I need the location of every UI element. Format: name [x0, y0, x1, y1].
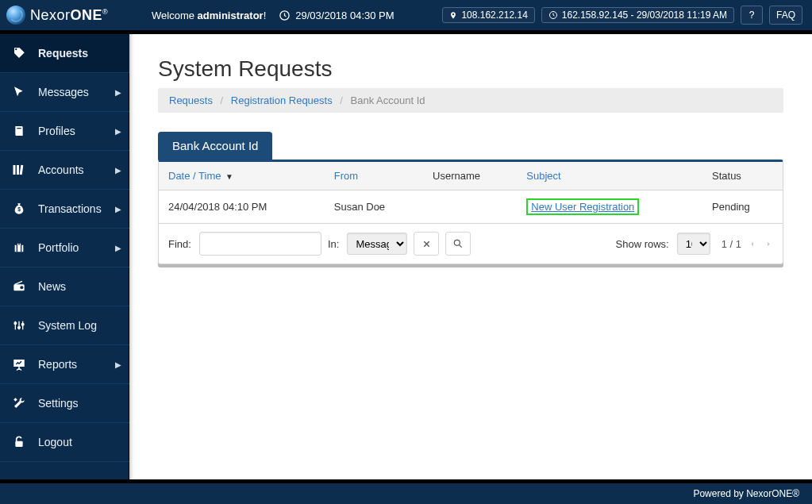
breadcrumb-requests[interactable]: Requests — [169, 94, 213, 106]
chevron-right-icon: ▶ — [115, 244, 121, 252]
footer-text: Powered by NexorONE® — [693, 488, 799, 499]
svg-rect-3 — [17, 165, 19, 175]
welcome-text: Welcome administrator! — [152, 10, 266, 21]
cursor-icon — [11, 86, 27, 98]
sidebar-item-portfolio[interactable]: Portfolio▶ — [0, 229, 129, 267]
panel: Bank Account Id Date / Time ▼ From Usern… — [158, 132, 783, 264]
footer: Powered by NexorONE® — [0, 479, 812, 504]
svg-point-15 — [455, 240, 460, 245]
breadcrumb: Requests / Registration Requests / Bank … — [158, 88, 783, 113]
lock-icon — [11, 435, 27, 449]
svg-rect-4 — [20, 165, 24, 175]
svg-rect-7 — [21, 245, 21, 252]
sidebar-item-transactions[interactable]: $Transactions▶ — [0, 190, 129, 229]
chevron-right-icon: ▶ — [115, 360, 121, 369]
sidebar-item-label: Portfolio — [38, 241, 79, 254]
svg-point-11 — [18, 326, 21, 329]
sort-desc-icon: ▼ — [225, 172, 233, 181]
books-icon — [11, 163, 27, 177]
sidebar-item-label: Messages — [38, 86, 89, 98]
search-button[interactable] — [445, 232, 471, 256]
col-status[interactable]: Status — [702, 162, 783, 190]
chevron-right-icon: ▶ — [115, 205, 121, 214]
show-rows-label: Show rows: — [616, 238, 669, 250]
cell-status: Pending — [702, 190, 783, 224]
svg-point-10 — [14, 322, 17, 325]
find-label: Find: — [168, 238, 191, 250]
clear-button[interactable] — [414, 232, 439, 256]
cell-from: Susan Doe — [325, 190, 423, 224]
sidebar-item-reports[interactable]: Reports▶ — [0, 345, 129, 384]
topbar: NexorONE® Welcome administrator! 29/03/2… — [0, 0, 812, 34]
sidebar-item-label: System Log — [38, 319, 97, 332]
page-title: System Requests — [158, 56, 783, 82]
radio-icon — [11, 280, 27, 293]
svg-point-12 — [21, 323, 24, 325]
close-icon — [422, 240, 431, 248]
subject-link[interactable]: New User Registration — [526, 198, 639, 215]
clock-display: 29/03/2018 04:30 PM — [279, 10, 394, 21]
col-subject[interactable]: Subject — [517, 162, 702, 190]
next-page-button[interactable] — [765, 240, 772, 248]
in-label: In: — [328, 238, 339, 250]
svg-rect-6 — [17, 245, 17, 252]
tab-bank-account-id[interactable]: Bank Account Id — [158, 132, 272, 160]
chevron-right-icon: ▶ — [115, 166, 121, 175]
svg-point-9 — [20, 286, 23, 289]
sidebar-item-logout[interactable]: Logout — [0, 423, 129, 462]
sidebar-item-requests[interactable]: Requests — [0, 34, 129, 73]
sidebar-item-label: Requests — [38, 47, 88, 60]
sidebar-item-news[interactable]: News — [0, 267, 129, 306]
rows-select[interactable]: 10 — [677, 233, 710, 255]
tag-icon — [11, 46, 27, 60]
clock-icon — [279, 10, 291, 21]
table-row[interactable]: 24/04/2018 04:10 PM Susan Doe New User R… — [159, 190, 783, 224]
find-input[interactable] — [199, 232, 321, 256]
suitcase-icon — [11, 241, 27, 254]
ip-last-badge[interactable]: 162.158.92.145 - 29/03/2018 11:19 AM — [541, 7, 734, 23]
tools-icon — [11, 396, 27, 410]
faq-button[interactable]: FAQ — [769, 6, 802, 25]
cell-username — [423, 190, 517, 224]
sidebar-item-profiles[interactable]: Profiles▶ — [0, 112, 129, 151]
ip-current-badge[interactable]: 108.162.212.14 — [442, 7, 534, 23]
sliders-icon — [11, 319, 27, 332]
content-area: System Requests Requests / Registration … — [129, 34, 812, 479]
in-select[interactable]: Message — [347, 233, 407, 255]
book-icon — [11, 124, 27, 138]
requests-table: Date / Time ▼ From Username Subject Stat… — [159, 162, 783, 224]
sidebar: RequestsMessages▶Profiles▶Accounts▶$Tran… — [0, 34, 129, 479]
brand-logo[interactable]: NexorONE® — [0, 6, 136, 25]
clock-small-icon — [548, 10, 558, 20]
sidebar-item-label: Logout — [38, 436, 72, 448]
cell-datetime: 24/04/2018 04:10 PM — [159, 190, 325, 224]
chevron-right-icon: ▶ — [115, 88, 121, 97]
search-icon — [452, 238, 464, 249]
sidebar-item-label: Accounts — [38, 164, 84, 176]
page-info: 1 / 1 — [722, 238, 741, 250]
sidebar-item-messages[interactable]: Messages▶ — [0, 73, 129, 112]
svg-rect-2 — [13, 165, 16, 175]
table-footer: Find: In: Message — [159, 224, 783, 264]
sidebar-item-label: Profiles — [38, 125, 75, 137]
sidebar-item-label: Reports — [38, 358, 77, 371]
sidebar-item-system-log[interactable]: System Log — [0, 306, 129, 345]
prev-page-button[interactable] — [749, 240, 756, 248]
breadcrumb-registration[interactable]: Registration Requests — [231, 94, 333, 106]
brand-text: NexorONE® — [30, 7, 108, 24]
svg-rect-14 — [15, 441, 22, 447]
sidebar-item-settings[interactable]: Settings — [0, 384, 129, 423]
sidebar-item-label: Settings — [38, 397, 79, 410]
col-username[interactable]: Username — [423, 162, 517, 190]
sidebar-item-accounts[interactable]: Accounts▶ — [0, 151, 129, 190]
sidebar-item-label: News — [38, 280, 66, 293]
clock-text: 29/03/2018 04:30 PM — [295, 10, 394, 21]
col-from[interactable]: From — [325, 162, 423, 190]
svg-text:$: $ — [17, 206, 21, 213]
help-button[interactable]: ? — [741, 6, 763, 25]
breadcrumb-current: Bank Account Id — [351, 94, 425, 106]
pin-icon — [449, 10, 457, 21]
presentation-icon — [11, 357, 27, 371]
moneybag-icon: $ — [11, 202, 27, 216]
col-datetime[interactable]: Date / Time ▼ — [159, 162, 325, 190]
